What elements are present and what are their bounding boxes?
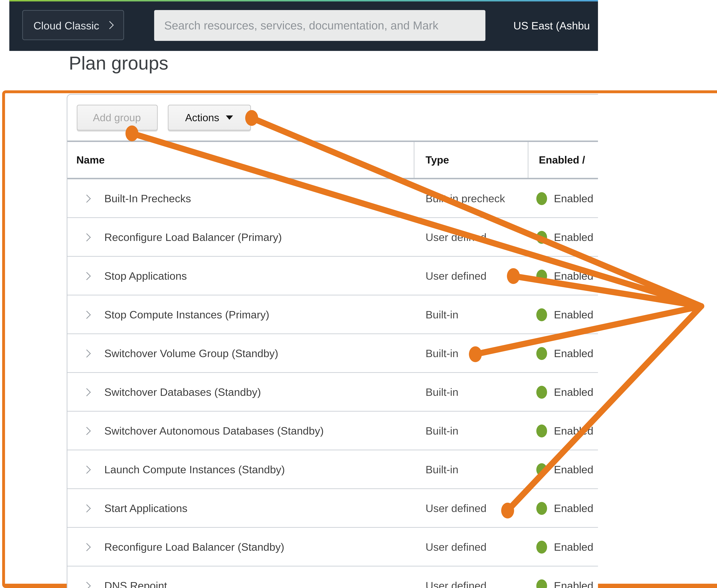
expand-chevron-icon[interactable]: [82, 543, 90, 551]
status-label: Enabled: [554, 231, 593, 243]
chevron-right-icon: [106, 21, 114, 29]
status-enabled-dot-icon: [536, 502, 547, 514]
plan-group-type: User defined: [426, 270, 487, 282]
plan-group-name: Built-In Prechecks: [104, 192, 191, 204]
table-row: Switchover Volume Group (Standby) Built-…: [67, 334, 598, 373]
brand-gradient-bar: [9, 0, 598, 2]
status-enabled-dot-icon: [536, 308, 547, 321]
table-row: Stop Applications User defined Enabled: [67, 257, 598, 295]
table-row: Launch Compute Instances (Standby) Built…: [67, 450, 598, 489]
table-header-row: Name Type Enabled /: [67, 142, 598, 179]
table-row: Built-In Prechecks Built-in precheck Ena…: [67, 179, 598, 218]
plan-group-name: Launch Compute Instances (Standby): [104, 463, 285, 476]
status-label: Enabled: [554, 192, 593, 204]
plan-group-name: Switchover Autonomous Databases (Standby…: [104, 424, 324, 437]
column-header-name: Name: [67, 142, 414, 178]
expand-chevron-icon[interactable]: [82, 272, 90, 280]
plan-group-type: User defined: [426, 231, 487, 243]
status-enabled-dot-icon: [536, 192, 547, 205]
plan-group-type: Built-in precheck: [426, 192, 505, 204]
table-row: Reconfigure Load Balancer (Primary) User…: [67, 218, 598, 257]
plan-group-name: Switchover Databases (Standby): [104, 386, 261, 398]
plan-group-type: User defined: [426, 580, 487, 588]
status-enabled-dot-icon: [536, 347, 547, 360]
screenshot-canvas: Cloud Classic US East (Ashbu Plan groups…: [0, 0, 717, 588]
status-enabled-dot-icon: [536, 579, 547, 588]
plan-group-type: Built-in: [426, 463, 459, 476]
status-label: Enabled: [554, 386, 593, 398]
status-enabled-dot-icon: [536, 463, 547, 476]
content-panel: Add group Actions Name Type Enabled / Bu…: [66, 94, 598, 588]
table-row: Start Applications User defined Enabled: [67, 489, 598, 528]
add-group-button[interactable]: Add group: [77, 105, 157, 130]
plan-groups-table: Name Type Enabled / Built-In Prechecks B…: [67, 141, 598, 588]
expand-chevron-icon[interactable]: [82, 233, 90, 241]
plan-group-name: Reconfigure Load Balancer (Standby): [104, 541, 284, 553]
plan-group-type: Built-in: [426, 386, 459, 398]
plan-group-name: Reconfigure Load Balancer (Primary): [104, 231, 282, 243]
status-enabled-dot-icon: [536, 540, 547, 553]
plan-group-name: Stop Applications: [104, 270, 187, 282]
status-label: Enabled: [554, 270, 593, 282]
plan-group-name: Switchover Volume Group (Standby): [104, 347, 278, 359]
status-label: Enabled: [554, 580, 593, 588]
plan-group-type: User defined: [426, 541, 487, 553]
expand-chevron-icon[interactable]: [82, 582, 90, 588]
expand-chevron-icon[interactable]: [82, 349, 90, 357]
plan-group-type: Built-in: [426, 308, 459, 320]
expand-chevron-icon[interactable]: [82, 465, 90, 474]
status-enabled-dot-icon: [536, 385, 547, 398]
plan-groups-rows: Built-In Prechecks Built-in precheck Ena…: [67, 179, 598, 588]
status-label: Enabled: [554, 424, 593, 437]
actions-button-label: Actions: [185, 112, 219, 123]
plan-group-name: Start Applications: [104, 502, 188, 514]
expand-chevron-icon[interactable]: [82, 504, 90, 512]
status-enabled-dot-icon: [536, 269, 547, 282]
expand-chevron-icon[interactable]: [82, 194, 90, 202]
region-selector[interactable]: US East (Ashbu: [513, 0, 590, 51]
status-label: Enabled: [554, 463, 593, 476]
plan-group-type: Built-in: [426, 424, 459, 437]
status-label: Enabled: [554, 541, 593, 553]
table-row: Switchover Databases (Standby) Built-in …: [67, 373, 598, 412]
status-label: Enabled: [554, 502, 593, 514]
table-row: Stop Compute Instances (Primary) Built-i…: [67, 295, 598, 334]
region-label: US East (Ashbu: [513, 19, 590, 31]
top-navbar: Cloud Classic US East (Ashbu: [9, 0, 598, 51]
plan-group-type: Built-in: [426, 347, 459, 359]
expand-chevron-icon[interactable]: [82, 388, 90, 396]
column-header-type: Type: [414, 142, 528, 178]
actions-button[interactable]: Actions: [168, 105, 251, 130]
page-title: Plan groups: [69, 53, 168, 73]
expand-chevron-icon[interactable]: [82, 310, 90, 318]
product-switcher-button[interactable]: Cloud Classic: [22, 10, 124, 40]
table-row: Switchover Autonomous Databases (Standby…: [67, 412, 598, 450]
status-enabled-dot-icon: [536, 424, 547, 437]
column-header-status: Enabled /: [528, 142, 598, 178]
table-row: Reconfigure Load Balancer (Standby) User…: [67, 528, 598, 566]
plan-group-type: User defined: [426, 502, 487, 514]
status-enabled-dot-icon: [536, 231, 547, 244]
table-row: DNS Repoint User defined Enabled: [67, 566, 598, 588]
status-label: Enabled: [554, 347, 593, 359]
expand-chevron-icon[interactable]: [82, 426, 90, 435]
plan-group-name: Stop Compute Instances (Primary): [104, 308, 269, 320]
product-switcher-label: Cloud Classic: [34, 19, 99, 31]
global-search-input[interactable]: [154, 10, 485, 41]
plan-group-name: DNS Repoint: [104, 580, 167, 588]
status-label: Enabled: [554, 308, 593, 320]
caret-down-icon: [226, 115, 233, 120]
